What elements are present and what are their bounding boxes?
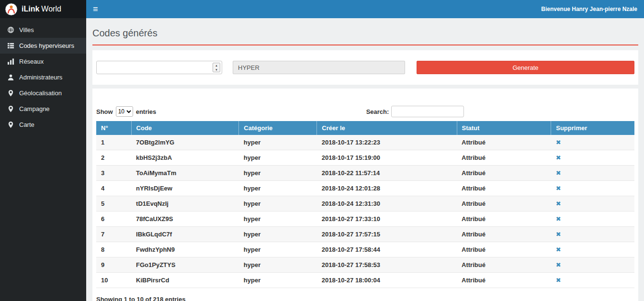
brand-text: iLinkWorld <box>22 5 61 13</box>
table-cell: 7OBtg2lmYG <box>131 135 239 150</box>
spinner-up-icon[interactable]: ▴ <box>213 63 220 67</box>
show-label: Show <box>96 108 113 115</box>
column-header-supprimer[interactable]: Supprimer <box>551 121 634 135</box>
delete-icon[interactable]: ✖ <box>556 139 561 146</box>
sidebar-item-carte[interactable]: Carte <box>0 117 86 133</box>
quantity-input-wrap: ▴ ▾ <box>96 61 222 74</box>
map-marker-icon <box>7 105 14 112</box>
globe-icon <box>7 26 14 33</box>
table-cell: FGo1PyZTYS <box>131 257 239 273</box>
map-marker-icon <box>7 121 14 128</box>
length-control: Show 10 entries <box>96 106 156 117</box>
table-info: Showing 1 to 10 of 218 entries <box>96 296 634 301</box>
menu-toggle-icon[interactable]: ≡ <box>93 5 98 13</box>
table-cell: ✖ <box>551 196 634 212</box>
delete-icon[interactable]: ✖ <box>556 231 561 238</box>
table-cell: hyper <box>239 135 317 150</box>
logo-icon <box>5 3 18 16</box>
table-row: 7IBkGLqdC7fhyper2018-10-27 17:57:15Attri… <box>96 227 634 242</box>
generate-form-panel: ▴ ▾ Generate <box>92 50 638 85</box>
column-header-statut[interactable]: Statut <box>457 121 551 135</box>
generate-button[interactable]: Generate <box>417 61 634 74</box>
sidebar-item-administrateurs[interactable]: Administrateurs <box>0 69 86 85</box>
sidebar-item-villes[interactable]: Villes <box>0 22 86 38</box>
table-cell: ToAiMymaTm <box>131 166 239 181</box>
table-cell: hyper <box>239 257 317 273</box>
table-cell: Attribué <box>457 212 551 227</box>
user-icon <box>7 74 14 81</box>
brand[interactable]: iLinkWorld <box>0 0 86 18</box>
column-header-code[interactable]: Code <box>131 121 239 135</box>
page-length-select[interactable]: 10 <box>116 106 133 117</box>
sidebar-item-label: Villes <box>19 26 34 33</box>
table-cell: Attribué <box>457 181 551 196</box>
table-cell: ✖ <box>551 150 634 166</box>
column-header-n-[interactable]: N° <box>96 121 131 135</box>
table-cell: 2018-10-24 12:31:30 <box>317 196 457 212</box>
table-cell: 8 <box>96 242 131 257</box>
table-cell: ✖ <box>551 242 634 257</box>
search-input[interactable] <box>391 106 464 117</box>
table-row: 2kbHS2j3zbAhyper2018-10-17 15:19:00Attri… <box>96 150 634 166</box>
table-cell: 10 <box>96 273 131 288</box>
table-cell: 5 <box>96 196 131 212</box>
top-navbar: ≡ Bienvenue Hanry Jean-pierre Nzale <box>86 0 644 18</box>
sidebar-item-label: Campagne <box>19 105 50 112</box>
table-cell: 2018-10-17 13:22:23 <box>317 135 457 150</box>
sidebar-item-campagne[interactable]: Campagne <box>0 101 86 117</box>
number-spinner[interactable]: ▴ ▾ <box>213 63 220 72</box>
delete-icon[interactable]: ✖ <box>556 261 561 268</box>
table-cell: 2018-10-27 17:58:44 <box>317 242 457 257</box>
sidebar-item-label: Codes hyperviseurs <box>19 42 74 49</box>
table-row: 4nYRIsDjEewhyper2018-10-24 12:01:28Attri… <box>96 181 634 196</box>
delete-icon[interactable]: ✖ <box>556 169 561 177</box>
table-cell: 2018-10-27 17:58:53 <box>317 257 457 273</box>
table-cell: hyper <box>239 242 317 257</box>
page-title: Codes générés <box>92 28 638 39</box>
sidebar-item-geolocalisation[interactable]: Géolocalisation <box>0 85 86 101</box>
sidebar: VillesCodes hyperviseursRéseauxAdministr… <box>0 18 86 301</box>
table-cell: 2018-10-27 17:57:15 <box>317 227 457 242</box>
table-cell: 2018-10-27 18:00:04 <box>317 273 457 288</box>
sidebar-item-reseaux[interactable]: Réseaux <box>0 54 86 69</box>
spinner-down-icon[interactable]: ▾ <box>213 67 220 72</box>
delete-icon[interactable]: ✖ <box>556 200 561 207</box>
table-cell: ✖ <box>551 257 634 273</box>
map-marker-icon <box>7 89 14 97</box>
table-row: 5tD1EvqNzIjhyper2018-10-24 12:31:30Attri… <box>96 196 634 212</box>
table-cell: hyper <box>239 227 317 242</box>
delete-icon[interactable]: ✖ <box>556 154 561 161</box>
delete-icon[interactable]: ✖ <box>556 277 561 284</box>
table-row: 3ToAiMymaTmhyper2018-10-22 11:57:14Attri… <box>96 166 634 181</box>
search-control: Search: <box>366 106 464 117</box>
category-input <box>233 61 405 74</box>
table-cell: Attribué <box>457 150 551 166</box>
delete-icon[interactable]: ✖ <box>556 215 561 223</box>
quantity-input[interactable] <box>97 61 222 74</box>
search-label: Search: <box>366 108 389 115</box>
table-cell: 1 <box>96 135 131 150</box>
table-cell: hyper <box>239 181 317 196</box>
column-header-categorie[interactable]: Catégorie <box>239 121 317 135</box>
table-cell: Attribué <box>457 196 551 212</box>
table-row: 8FwdhzYphN9hyper2018-10-27 17:58:44Attri… <box>96 242 634 257</box>
codes-table-panel: Show 10 entries Search: N°CodeCatégorieC… <box>92 89 638 301</box>
table-cell: nYRIsDjEew <box>131 181 239 196</box>
table-cell: ✖ <box>551 227 634 242</box>
table-cell: ✖ <box>551 273 634 288</box>
delete-icon[interactable]: ✖ <box>556 185 561 192</box>
table-cell: 3 <box>96 166 131 181</box>
bar-chart-icon <box>7 58 14 65</box>
table-controls: Show 10 entries Search: <box>96 106 634 117</box>
sidebar-item-codes-hyperviseurs[interactable]: Codes hyperviseurs <box>0 38 86 54</box>
table-cell: 2018-10-27 17:33:10 <box>317 212 457 227</box>
column-header-creer-le[interactable]: Créer le <box>317 121 457 135</box>
table-cell: KiBPirsrCd <box>131 273 239 288</box>
table-cell: ✖ <box>551 135 634 150</box>
table-cell: Attribué <box>457 227 551 242</box>
table-cell: Attribué <box>457 242 551 257</box>
table-row: 10KiBPirsrCdhyper2018-10-27 18:00:04Attr… <box>96 273 634 288</box>
table-cell: hyper <box>239 150 317 166</box>
delete-icon[interactable]: ✖ <box>556 246 561 253</box>
table-cell: IBkGLqdC7f <box>131 227 239 242</box>
